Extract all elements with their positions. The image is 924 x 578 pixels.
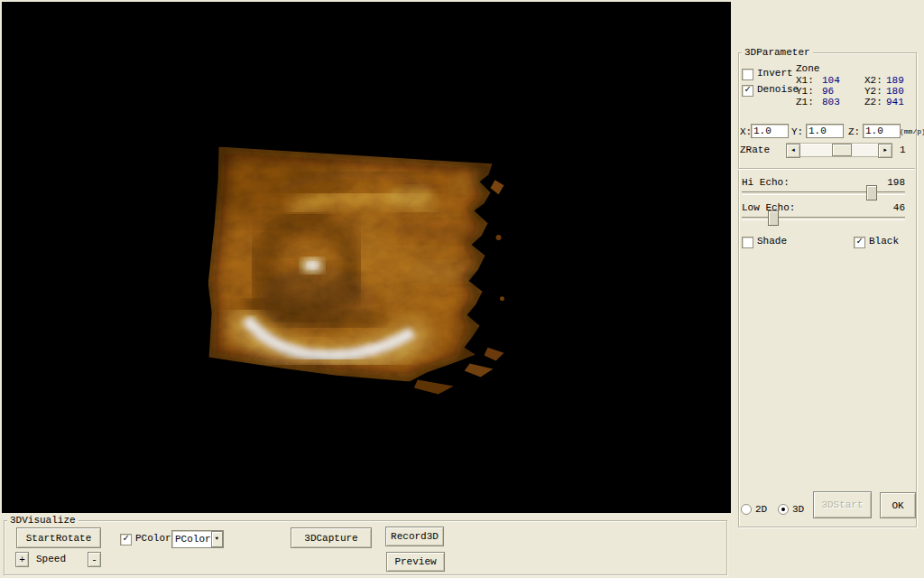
zrate-scrollbar-thumb[interactable] xyxy=(832,144,852,156)
black-label: Black xyxy=(869,236,899,247)
zone-x2-value: 189 xyxy=(886,75,904,86)
parameter-group-title: 3DParameter xyxy=(742,47,813,58)
invert-label: Invert xyxy=(757,68,793,79)
zone-z2-label: Z2: xyxy=(864,97,882,107)
low-echo-slider[interactable] xyxy=(742,210,905,226)
hi-echo-slider-track xyxy=(742,191,905,195)
z-scale-label: Z: xyxy=(848,126,860,137)
x-scale-field[interactable] xyxy=(751,124,789,138)
right-panel: 3DParameter ✓ Invert ✓ Denoise Zone X1: … xyxy=(731,0,924,578)
scroll-left-icon: ◄ xyxy=(791,145,795,156)
zone-z1-value: 803 xyxy=(822,97,840,107)
zone-x1-value: 104 xyxy=(822,75,840,86)
hi-echo-slider-thumb[interactable] xyxy=(866,185,877,200)
zone-y1-label: Y1: xyxy=(796,86,814,97)
y-scale-label: Y: xyxy=(791,126,803,137)
check-icon: ✓ xyxy=(121,534,131,543)
zrate-value: 1 xyxy=(900,144,906,155)
zrate-scroll-left-button[interactable]: ◄ xyxy=(786,144,800,158)
zone-x1-label: X1: xyxy=(796,75,814,86)
pcolor-label: PColor xyxy=(135,533,171,544)
mode-2d-label: 2D xyxy=(755,504,767,515)
zone-y1-value: 96 xyxy=(822,86,834,97)
scroll-right-icon: ► xyxy=(883,145,887,156)
render-viewport[interactable] xyxy=(2,2,731,513)
start-rotate-button[interactable]: StartRotate xyxy=(16,527,101,548)
speed-label: Speed xyxy=(36,554,66,564)
mode-3d-radio[interactable] xyxy=(778,504,789,515)
speed-plus-button[interactable]: + xyxy=(15,552,29,567)
chevron-down-icon[interactable]: ▼ xyxy=(211,531,223,547)
zrate-scroll-right-button[interactable]: ► xyxy=(878,144,892,158)
pcolor-checkbox[interactable]: ✓ xyxy=(120,534,132,545)
preview-button[interactable]: Preview xyxy=(386,552,445,572)
check-icon: ✓ xyxy=(855,237,864,246)
denoise-checkbox[interactable]: ✓ xyxy=(742,85,753,97)
visualize-group-title: 3DVisualize xyxy=(7,515,79,526)
mode-3d-label: 3D xyxy=(792,504,804,515)
bottom-panel: 3DVisualize StartRotate + Speed - ✓ PCol… xyxy=(0,513,731,578)
3dcapture-button[interactable]: 3DCapture xyxy=(291,527,372,548)
record3d-button[interactable]: Record3D xyxy=(385,527,444,546)
zone-z1-label: Z1: xyxy=(796,97,814,107)
low-echo-slider-track xyxy=(742,217,905,220)
scale-unit-label: (mm/p) xyxy=(900,126,924,137)
shade-label: Shade xyxy=(757,236,787,247)
zone-y2-label: Y2: xyxy=(864,86,882,97)
ok-button[interactable]: OK xyxy=(880,492,916,518)
speed-minus-button[interactable]: - xyxy=(88,552,101,567)
zone-x2-label: X2: xyxy=(864,75,882,86)
ultrasound-volume-render xyxy=(2,2,731,513)
y-scale-field[interactable] xyxy=(806,124,844,138)
zone-y2-value: 180 xyxy=(886,86,904,97)
pcolor-dropdown[interactable]: PColor ▼ xyxy=(171,530,224,548)
shade-checkbox[interactable]: ✓ xyxy=(742,237,753,248)
zrate-scrollbar[interactable]: ◄ ► xyxy=(786,143,892,157)
low-echo-slider-thumb[interactable] xyxy=(768,210,779,226)
divider xyxy=(738,168,915,170)
ultrasound-3d-app: { "colors":{ "panel":"#ece9d8","viewport… xyxy=(0,0,924,578)
mode-2d-radio[interactable] xyxy=(741,504,752,515)
check-icon: ✓ xyxy=(743,85,753,94)
black-checkbox[interactable]: ✓ xyxy=(854,237,865,248)
hi-echo-slider[interactable] xyxy=(742,185,905,200)
3dstart-button[interactable]: 3DStart xyxy=(813,491,872,518)
zone-title: Zone xyxy=(796,63,819,74)
zone-z2-value: 941 xyxy=(886,97,904,107)
z-scale-field[interactable] xyxy=(863,124,901,138)
denoise-label: Denoise xyxy=(757,84,799,95)
pcolor-dropdown-value: PColor xyxy=(172,534,211,545)
invert-checkbox[interactable]: ✓ xyxy=(742,69,753,80)
zrate-label: ZRate xyxy=(740,144,770,155)
